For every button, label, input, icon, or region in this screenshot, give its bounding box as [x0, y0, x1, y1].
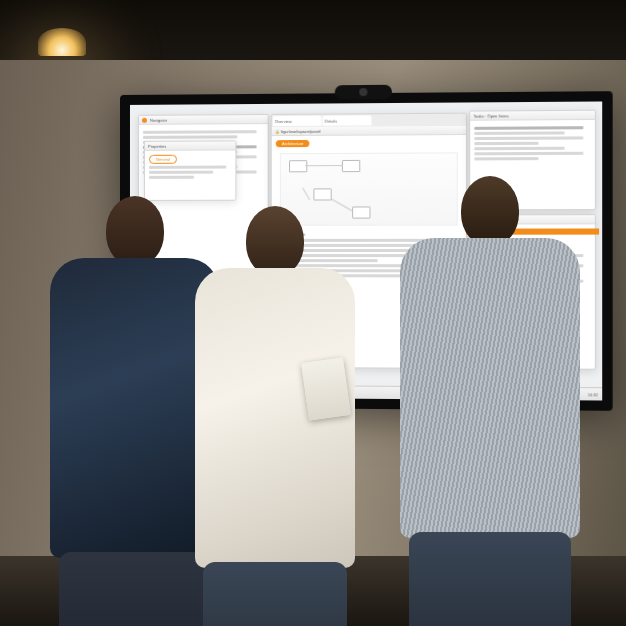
tab-overview[interactable]: Overview [273, 116, 322, 126]
list-item[interactable] [474, 126, 583, 130]
app-icon [142, 117, 147, 122]
spotlight [38, 28, 86, 56]
section-label: Architecture [276, 140, 310, 147]
window-title: Navigator [150, 117, 167, 122]
address-text: figur/workspace/panel [281, 128, 321, 133]
tab-bar: Overview Details [272, 114, 466, 127]
list-item[interactable] [474, 136, 583, 140]
webcam [335, 85, 392, 100]
window-title: Properties [148, 143, 166, 148]
window-title: Tasks · Open Items [473, 113, 508, 118]
room-scene: Navigator Properties General [0, 0, 626, 626]
list-item[interactable] [474, 131, 565, 135]
window-properties[interactable]: Properties General [144, 140, 236, 201]
person-right [400, 176, 580, 626]
tab-details[interactable]: Details [323, 115, 372, 125]
clock[interactable]: 14:32 [588, 392, 598, 397]
notepad [301, 357, 351, 420]
section-heading: General [149, 155, 177, 164]
